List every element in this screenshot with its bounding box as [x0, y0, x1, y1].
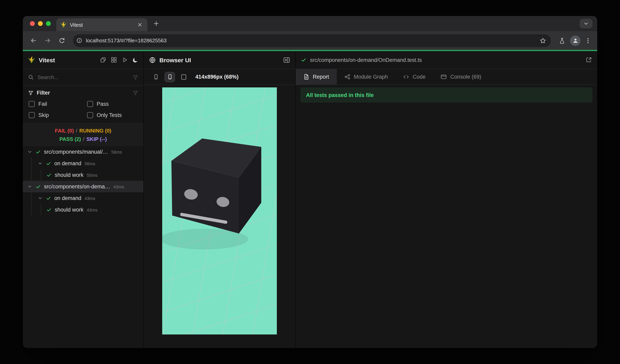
robot-cube: [171, 138, 261, 233]
test-name: should work: [55, 207, 83, 213]
funnel-icon: [28, 90, 33, 96]
tree-suite-row[interactable]: on demand 43ms: [23, 192, 143, 204]
screen-background: Vitest: [0, 0, 620, 364]
tab-console[interactable]: Console (69): [433, 69, 489, 85]
detach-window-icon[interactable]: [100, 57, 106, 63]
toolbar-right-icons: [559, 35, 591, 46]
checkbox-label: Only Tests: [97, 112, 122, 118]
checkbox-label: Skip: [38, 112, 49, 118]
run-all-icon[interactable]: [122, 57, 128, 63]
open-in-editor-icon[interactable]: [586, 57, 592, 63]
filter-checkbox-skip[interactable]: Skip: [29, 112, 87, 118]
address-bar[interactable]: localhost:5173/#/?file=1828625563: [73, 34, 551, 47]
filter-checkbox-fail[interactable]: Fail: [29, 101, 87, 107]
bookmark-star-icon[interactable]: [540, 37, 546, 44]
tab-title: Vitest: [70, 22, 133, 28]
report-panel: src/components/on-demand/OnDemand.test.t…: [296, 51, 597, 348]
tab-search-chevron-icon[interactable]: [580, 19, 592, 28]
filter-title-row: Filter: [28, 90, 138, 96]
run-summary: FAIL (0)/RUNNING (0) PASS (2)/SKIP (--): [23, 124, 143, 146]
summary-separator: /: [74, 128, 79, 134]
close-window-button[interactable]: [30, 21, 35, 26]
checkbox-box[interactable]: [87, 112, 93, 118]
chevron-down-icon[interactable]: [28, 150, 32, 154]
minimize-window-button[interactable]: [38, 21, 43, 26]
pass-check-icon: [35, 184, 41, 189]
tab-label: Console (69): [450, 74, 481, 80]
filter-title: Filter: [37, 90, 50, 96]
back-button[interactable]: [27, 34, 40, 47]
checkbox-box[interactable]: [29, 101, 35, 107]
browser-ui-panel: Browser UI 414x896px (68%): [144, 51, 296, 348]
tree-file-row[interactable]: src/components/manual/… 56ms: [23, 146, 143, 158]
search-icon: [28, 74, 34, 80]
tab-strip: Vitest: [23, 16, 597, 31]
browser-menu-icon[interactable]: [585, 37, 591, 44]
summary-line-2: PASS (2)/SKIP (--): [23, 135, 143, 143]
tab-report[interactable]: Report: [296, 69, 337, 85]
tab-label: Report: [313, 74, 329, 80]
pass-check-icon: [35, 149, 41, 154]
dashboard-icon[interactable]: [111, 57, 117, 63]
reload-button[interactable]: [56, 34, 68, 47]
skip-count: SKIP (--): [87, 136, 107, 142]
checkbox-box[interactable]: [29, 112, 35, 118]
report-tabs: Report Module Graph Code Console (69): [296, 69, 597, 85]
preview-title: Browser UI: [159, 57, 191, 63]
device-toolbar: 414x896px (68%): [144, 69, 295, 85]
profile-avatar[interactable]: [570, 35, 580, 46]
chevron-down-icon[interactable]: [28, 184, 32, 189]
experiments-flask-icon[interactable]: [559, 37, 565, 44]
test-duration: 43ms: [84, 196, 95, 201]
tab-code[interactable]: Code: [395, 69, 433, 85]
search-row: [23, 69, 143, 86]
pass-count: PASS (2): [59, 136, 81, 142]
vitest-logo: [28, 56, 35, 63]
search-input[interactable]: [38, 74, 129, 80]
pass-check-icon: [46, 196, 51, 201]
report-header: src/components/on-demand/OnDemand.test.t…: [296, 51, 597, 69]
device-tablet-icon[interactable]: [179, 72, 188, 82]
forward-button[interactable]: [41, 34, 54, 47]
filter-checkbox-only-tests[interactable]: Only Tests: [87, 112, 138, 118]
clear-filters-icon[interactable]: [133, 90, 138, 96]
app-title: Vitest: [39, 57, 55, 63]
device-mobile-icon[interactable]: [151, 72, 161, 82]
threejs-scene: [162, 87, 277, 335]
site-info-icon[interactable]: [76, 38, 82, 44]
checkbox-label: Pass: [97, 101, 109, 107]
checkbox-box[interactable]: [87, 101, 93, 107]
banner-text: All tests passed in this file: [306, 92, 374, 98]
close-tab-icon[interactable]: [136, 21, 143, 28]
test-duration: 43ms: [87, 207, 97, 212]
window-controls: [30, 21, 51, 26]
tab-module-graph[interactable]: Module Graph: [337, 69, 395, 85]
sidebar: Vitest: [23, 51, 144, 348]
zoom-window-button[interactable]: [46, 21, 51, 26]
device-mobile-selected-icon[interactable]: [165, 72, 175, 82]
dark-mode-icon[interactable]: [132, 57, 138, 63]
search-filter-icon[interactable]: [133, 74, 138, 80]
tree-file-row[interactable]: src/components/on-dema… 43ms: [23, 181, 143, 192]
checkbox-label: Fail: [38, 101, 47, 107]
suite-name: on demand: [54, 160, 81, 166]
test-name: should work: [55, 172, 83, 178]
browser-tab[interactable]: Vitest: [56, 18, 147, 31]
tree-suite-row[interactable]: on demand 56ms: [23, 158, 143, 169]
url-text: localhost:5173/#/?file=1828625563: [86, 38, 536, 44]
summary-separator: /: [81, 136, 86, 142]
test-duration: 56ms: [111, 149, 122, 154]
filter-checkbox-pass[interactable]: Pass: [87, 101, 138, 107]
expand-panel-icon[interactable]: [283, 57, 290, 63]
tested-app-viewport[interactable]: [162, 87, 277, 335]
fail-count: FAIL (0): [55, 128, 74, 134]
browser-window: Vitest: [23, 16, 597, 348]
test-duration: 43ms: [113, 184, 124, 189]
pass-check-icon: [46, 173, 51, 178]
chevron-down-icon[interactable]: [38, 161, 42, 166]
chevron-down-icon[interactable]: [38, 196, 42, 200]
tab-label: Module Graph: [354, 74, 388, 80]
tree-indent-guide: [31, 192, 31, 216]
new-tab-button[interactable]: [151, 18, 162, 29]
globe-icon: [149, 57, 156, 63]
